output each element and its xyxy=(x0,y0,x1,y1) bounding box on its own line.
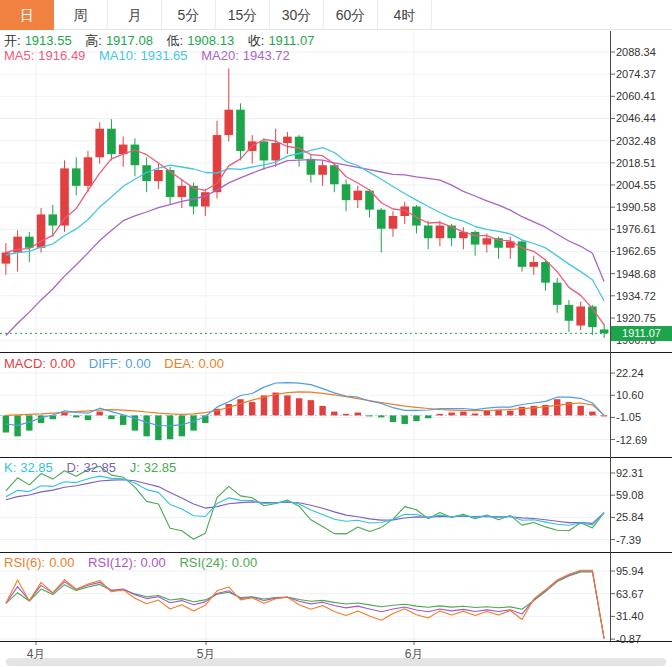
y-axis-label: 63.67 xyxy=(616,589,644,600)
y-axis-label: 10.60 xyxy=(616,390,644,401)
low-value: 1908.13 xyxy=(187,33,234,48)
diff-value: 0.00 xyxy=(125,356,150,371)
d-label: D: xyxy=(66,460,79,475)
x-axis-label: 5月 xyxy=(197,646,216,663)
y-axis-label: 1948.68 xyxy=(616,269,656,280)
y-axis-label: 2060.41 xyxy=(616,91,656,102)
y-axis-label: 1934.72 xyxy=(616,291,656,302)
diff-label: DIFF: xyxy=(89,356,122,371)
ma5-label: MA5: xyxy=(4,48,34,63)
x-axis-line xyxy=(0,641,672,642)
y-axis-label: 2046.44 xyxy=(616,113,656,124)
close-value: 1911.07 xyxy=(268,33,314,48)
y-axis-label: 1920.75 xyxy=(616,313,656,324)
y-axis-label: 1976.61 xyxy=(616,224,656,235)
y-axis-label: 31.40 xyxy=(616,611,644,622)
current-price-badge: 1911.07 xyxy=(611,326,672,341)
y-axis-label: 2004.55 xyxy=(616,180,656,191)
low-label: 低: xyxy=(167,33,184,48)
rsi24-label: RSI(24): xyxy=(179,555,227,570)
rsi12-label: RSI(12): xyxy=(88,555,136,570)
dea-value: 0.00 xyxy=(199,356,224,371)
rsi6-label: RSI(6): xyxy=(4,555,45,570)
horizontal-scrollbar[interactable] xyxy=(6,658,666,666)
y-axis-label: -12.69 xyxy=(616,435,647,446)
y-axis-label: 22.24 xyxy=(616,368,644,379)
panel-divider xyxy=(0,352,672,353)
y-axis-label: 1990.58 xyxy=(616,202,656,213)
x-axis-label: 6月 xyxy=(405,646,424,663)
dea-label: DEA: xyxy=(164,356,194,371)
y-axis-label: 92.31 xyxy=(616,468,644,479)
panel-divider xyxy=(0,457,672,458)
y-axis-label: 59.08 xyxy=(616,490,644,501)
k-label: K: xyxy=(4,460,16,475)
rsi24-value: 0.00 xyxy=(232,555,257,570)
d-value: 32.85 xyxy=(83,460,116,475)
ohlc-readout: 开:1913.55 高:1917.08 低:1908.13 收:1911.07 xyxy=(4,33,318,48)
kdj-readout: K:32.85 D:32.85 J:32.85 xyxy=(4,460,180,475)
ma5-value: 1916.49 xyxy=(38,48,85,63)
chart-app: 日周月5分15分30分60分4时 开:1913.55 高:1917.08 低:1… xyxy=(0,0,672,667)
y-axis-label: -1.05 xyxy=(616,412,641,423)
y-axis-label: 2074.37 xyxy=(616,69,656,80)
ma-readout: MA5:1916.49 MA10:1931.65 MA20:1943.72 xyxy=(4,48,294,63)
k-value: 32.85 xyxy=(20,460,53,475)
ma10-label: MA10: xyxy=(99,48,137,63)
y-axis-label: 2088.34 xyxy=(616,47,656,58)
rsi-readout: RSI(6):0.00 RSI(12):0.00 RSI(24):0.00 xyxy=(4,555,261,570)
rsi12-value: 0.00 xyxy=(141,555,166,570)
ma10-value: 1931.65 xyxy=(141,48,188,63)
ma20-label: MA20: xyxy=(201,48,239,63)
macd-value: 0.00 xyxy=(50,356,75,371)
macd-readout: MACD:0.00 DIFF:0.00 DEA:0.00 xyxy=(4,356,228,371)
ma20-value: 1943.72 xyxy=(243,48,290,63)
panel-divider xyxy=(0,552,672,553)
y-axis-label: -0.87 xyxy=(616,634,641,645)
macd-label: MACD: xyxy=(4,356,46,371)
y-axis-label: 2032.48 xyxy=(616,136,656,147)
close-label: 收: xyxy=(248,33,265,48)
x-axis-label: 4月 xyxy=(27,646,46,663)
y-axis-label: 1962.65 xyxy=(616,246,656,257)
y-axis-label: -7.39 xyxy=(616,535,641,546)
j-label: J: xyxy=(130,460,140,475)
y-axis-label: 95.94 xyxy=(616,566,644,577)
open-value: 1913.55 xyxy=(25,33,72,48)
j-value: 32.85 xyxy=(144,460,177,475)
open-label: 开: xyxy=(4,33,21,48)
y-axis-label: 2018.51 xyxy=(616,158,656,169)
high-value: 1917.08 xyxy=(106,33,153,48)
y-axis-label: 25.84 xyxy=(616,512,644,523)
rsi6-value: 0.00 xyxy=(49,555,74,570)
high-label: 高: xyxy=(85,33,102,48)
